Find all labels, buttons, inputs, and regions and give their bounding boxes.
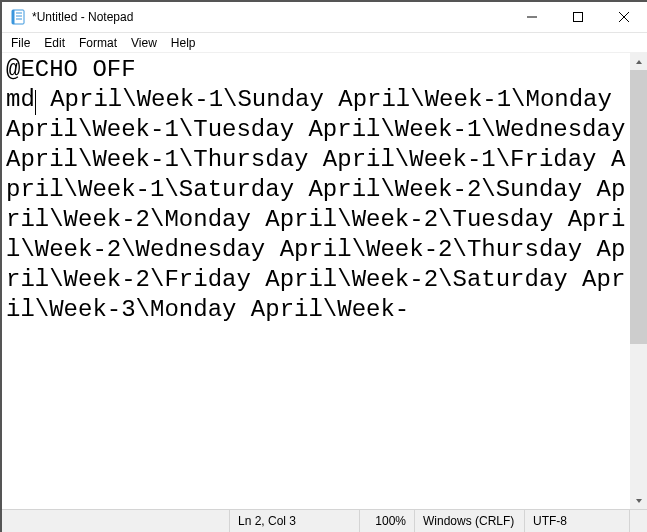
status-line-ending: Windows (CRLF) — [414, 510, 524, 532]
menu-help[interactable]: Help — [164, 35, 203, 51]
status-spacer — [2, 510, 229, 532]
editor-text-before-caret: md — [6, 86, 35, 113]
menu-format[interactable]: Format — [72, 35, 124, 51]
svg-marker-9 — [636, 60, 642, 64]
titlebar[interactable]: *Untitled - Notepad — [2, 2, 647, 33]
svg-marker-10 — [636, 499, 642, 503]
status-zoom: 100% — [359, 510, 414, 532]
close-button[interactable] — [601, 2, 647, 33]
maximize-button[interactable] — [555, 2, 601, 33]
menu-view[interactable]: View — [124, 35, 164, 51]
status-line-col: Ln 2, Col 3 — [229, 510, 359, 532]
statusbar: Ln 2, Col 3 100% Windows (CRLF) UTF-8 — [2, 509, 647, 532]
svg-rect-6 — [574, 13, 583, 22]
editor-area: @ECHO OFF md April\Week-1\Sunday April\W… — [2, 53, 647, 509]
text-caret — [35, 90, 36, 115]
vertical-scrollbar[interactable] — [630, 53, 647, 509]
window-title: *Untitled - Notepad — [32, 10, 133, 24]
menu-file[interactable]: File — [4, 35, 37, 51]
minimize-button[interactable] — [509, 2, 555, 33]
scroll-thumb[interactable] — [630, 70, 647, 344]
resize-grip[interactable] — [629, 510, 647, 532]
scroll-down-button[interactable] — [630, 492, 647, 509]
scroll-track[interactable] — [630, 70, 647, 492]
status-encoding: UTF-8 — [524, 510, 629, 532]
text-editor[interactable]: @ECHO OFF md April\Week-1\Sunday April\W… — [2, 53, 630, 509]
menubar: File Edit Format View Help — [2, 33, 647, 53]
editor-text-after-caret: April\Week-1\Sunday April\Week-1\Monday … — [6, 86, 630, 323]
editor-line1: @ECHO OFF — [6, 56, 136, 83]
notepad-icon — [10, 9, 26, 25]
scroll-up-button[interactable] — [630, 53, 647, 70]
menu-edit[interactable]: Edit — [37, 35, 72, 51]
svg-rect-1 — [12, 10, 15, 24]
